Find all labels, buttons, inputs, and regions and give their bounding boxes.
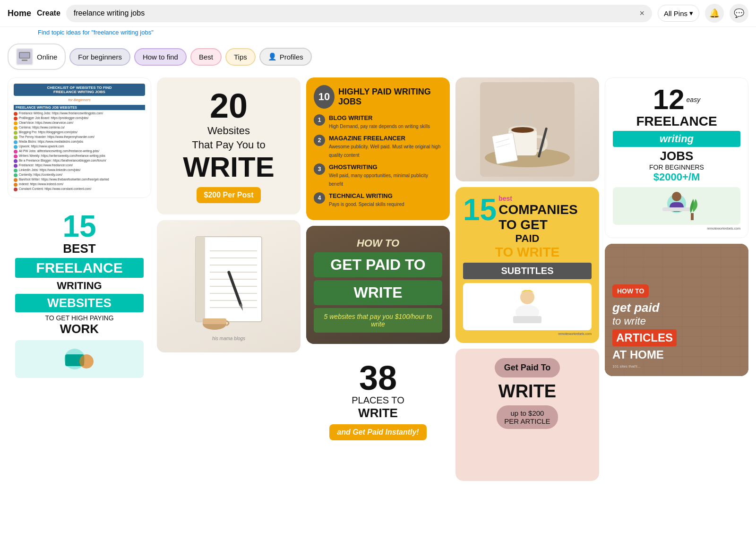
pin-20-line2: That Pay You to [164, 139, 293, 151]
pin-articles-badge: HOW TO [612, 284, 649, 298]
search-clear-button[interactable]: × [639, 9, 644, 18]
notifications-button[interactable]: 🔔 [705, 4, 724, 23]
pin-card-getpaid[interactable]: Get Paid To WRITE up to $200PER ARTICLE [455, 349, 599, 481]
svg-rect-37 [662, 207, 691, 211]
header: Home Create × All Pins ▾ 🔔 💬 [0, 0, 756, 27]
pin-checklist-title: CHECKLIST OF WEBSITES TO FINDFREELANCE W… [14, 84, 145, 96]
pin-item-text-2: MAGAZINE FREELANCER Awesome publicity. W… [329, 135, 442, 159]
pin-15best-number: 15 [463, 195, 497, 225]
pin-38-line2: WRITE [314, 406, 442, 420]
chevron-down-icon: ▾ [689, 9, 693, 17]
suggestion-link[interactable]: Find topic ideas for "freelance writing … [0, 27, 756, 40]
pin-checklist-item: Barefoot Writer: https://www.thebarefoot… [14, 178, 145, 182]
search-input[interactable] [74, 9, 636, 17]
pin-card-15companies[interactable]: 15 best COMPANIES TO GET PAID TO WRITE S… [455, 187, 599, 343]
pin-checklist-item: The Penny Hoarder: https://www.thepennyh… [14, 135, 145, 139]
pin-12easy-number: 12 [653, 86, 685, 114]
chip-tips[interactable]: Tips [225, 48, 256, 66]
all-pins-label: All Pins [664, 9, 687, 17]
pin-card-coffee[interactable] [455, 77, 599, 181]
pin-card-howto-paid[interactable]: HOW TO GET PAID TO WRITE 5 websites that… [306, 226, 450, 344]
pin-20-number: 20 [164, 89, 293, 123]
pin-12easy-line4: FOR BEGINNERS [613, 163, 740, 171]
pins-grid: CHECKLIST OF WEBSITES TO FINDFREELANCE W… [0, 74, 756, 485]
pin-card-notebook[interactable]: his mama blogs [157, 220, 301, 352]
search-bar: × [66, 5, 652, 22]
pin-card-articles-home[interactable]: HOW TO get paid to write ARTICLES AT HOM… [605, 244, 748, 376]
pin-card-12easy[interactable]: 12 easy FREELANCE writing JOBS FOR BEGIN… [605, 77, 748, 238]
chip-best-label: Best [199, 53, 213, 61]
svg-rect-2 [22, 60, 27, 61]
chip-online[interactable]: Online [8, 43, 66, 70]
chip-profiles[interactable]: 👤 Profiles [259, 48, 312, 66]
messages-button[interactable]: 💬 [730, 4, 748, 23]
pin-coffee-illustration [480, 82, 575, 177]
pin-20-line1: Websites [164, 125, 293, 137]
pin-articles-content: HOW TO get paid to write ARTICLES AT HOM… [605, 244, 748, 376]
pin-checklist-item: ClearVoice: https://www.clearvoice.com/ [14, 121, 145, 125]
pin-15best-image [463, 283, 592, 330]
pin-15best-line2: COMPANIES TO GET [498, 202, 592, 232]
chip-online-label: Online [37, 53, 57, 61]
pin-10paid-item-3: 3 GHOSTWRITING Well paid, many opportuni… [314, 163, 442, 188]
pin-10paid-item-4: 4 TECHNICAL WRITING Pays is good. Specia… [314, 192, 442, 208]
pin-howto-line3: WRITE [314, 280, 442, 305]
pin-12easy-line5: $2000+/M [613, 171, 740, 183]
svg-rect-3 [20, 53, 29, 58]
pin-checklist-item: Freelancer: https://www.freelancer.com/ [14, 163, 145, 168]
chip-how-to-find-label: How to find [143, 53, 178, 61]
svg-point-35 [672, 192, 681, 201]
pin-10paid-title: HIGHLY PAID WRITING JOBS [338, 87, 442, 107]
filter-chips-container: Online For beginners How to find Best Ti… [0, 40, 756, 74]
pin-38-line1: PLACES TO [314, 395, 442, 406]
pin-notebook-brand: his mama blogs [212, 336, 245, 341]
pin-articles-line4: AT HOME [612, 348, 741, 361]
pin-articles-line1: get paid [612, 300, 741, 315]
svg-rect-27 [492, 132, 518, 164]
pin-checklist-subtitle: for Beginners [14, 98, 145, 102]
pin-item-text-1: BLOG WRITER High Demand, pay rate depend… [329, 114, 430, 130]
pin-12easy-line1: easy [687, 96, 701, 103]
svg-rect-21 [203, 318, 226, 324]
pin-item-num-2: 2 [314, 135, 325, 146]
pin-card-15best-freelance[interactable]: 15 BEST FREELANCE WRITING WEBSITES TO GE… [8, 204, 151, 386]
pin-15f-teal: FREELANCE [15, 258, 144, 278]
pin-card-20websites[interactable]: 20 Websites That Pay You to WRITE $200 P… [157, 77, 301, 214]
home-link[interactable]: Home [8, 9, 31, 18]
pin-card-10paid[interactable]: 10 HIGHLY PAID WRITING JOBS 1 BLOG WRITE… [306, 77, 450, 220]
pin-howto-sub: 5 websites that pay you $100/hour to wri… [314, 308, 442, 333]
svg-point-26 [511, 127, 534, 133]
pin-12easy-line3: JOBS [613, 149, 740, 163]
chip-online-thumbnail [16, 48, 33, 65]
pin-10paid-item-2: 2 MAGAZINE FREELANCER Awesome publicity.… [314, 135, 442, 159]
pin-checklist-section: FREELANCE WRITING JOB WEBSITES [14, 105, 145, 110]
pin-15f-title1: BEST [15, 241, 144, 256]
pin-checklist-item: Contena: https://www.contena.co/ [14, 126, 145, 130]
pin-checklist-item: Writers Weekly: https://writersweekly.co… [14, 154, 145, 158]
chip-for-beginners[interactable]: For beginners [69, 48, 130, 66]
svg-point-6 [79, 354, 94, 369]
pin-card-38places[interactable]: 38 PLACES TO WRITE and Get Paid Instantl… [306, 350, 450, 454]
pin-15f-subtitle: TO GET HIGH PAYING [15, 314, 144, 322]
svg-rect-33 [513, 316, 541, 323]
pin-notebook-content: his mama blogs [157, 220, 301, 352]
pin-getpaid-bubble: Get Paid To [495, 358, 560, 377]
pin-15best-brand: remoteworkrebels.com [463, 332, 592, 335]
pin-12easy-teal: writing [613, 131, 740, 147]
svg-point-31 [520, 290, 534, 304]
all-pins-dropdown[interactable]: All Pins ▾ [658, 5, 699, 22]
pin-10paid-header: 10 HIGHLY PAID WRITING JOBS [314, 85, 442, 109]
chip-best[interactable]: Best [190, 48, 222, 66]
bell-icon: 🔔 [709, 8, 720, 18]
svg-rect-38 [691, 213, 694, 220]
pin-howto-content: HOW TO GET PAID TO WRITE 5 websites that… [306, 226, 450, 344]
pin-item-num-3: 3 [314, 163, 325, 175]
create-link[interactable]: Create [37, 9, 60, 17]
pin-38-badge: and Get Paid Instantly! [329, 424, 426, 440]
chip-how-to-find[interactable]: How to find [134, 48, 187, 66]
pin-10paid-item-1: 1 BLOG WRITER High Demand, pay rate depe… [314, 114, 442, 130]
pin-15best-line1: best [498, 195, 592, 202]
pin-checklist-item: Indeed: https://www.indeed.com/ [14, 182, 145, 187]
pin-card-checklist[interactable]: CHECKLIST OF WEBSITES TO FINDFREELANCE W… [8, 77, 151, 198]
pin-15f-websites: WEBSITES [15, 294, 144, 312]
